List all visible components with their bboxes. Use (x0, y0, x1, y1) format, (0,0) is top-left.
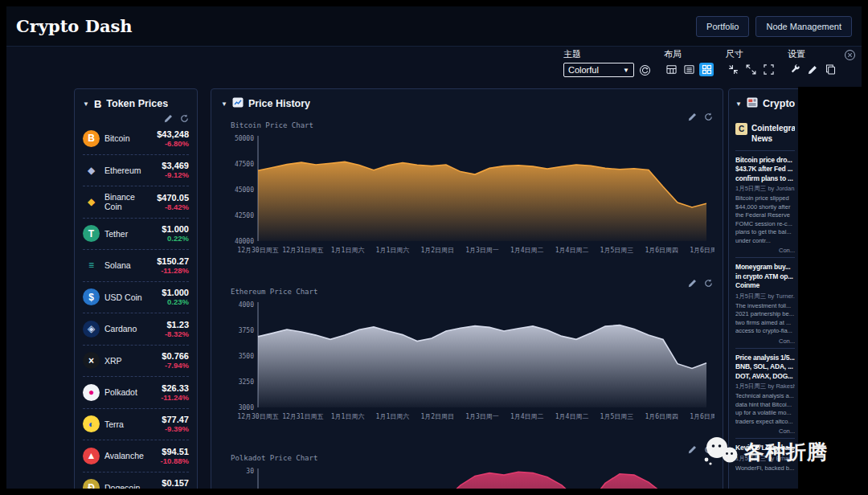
solana-icon: ≡ (83, 257, 100, 274)
svg-text:1月3日周一: 1月3日周一 (465, 247, 499, 254)
token-row-avalanche[interactable]: ▲Avalanche$94.51-10.88% (83, 440, 189, 472)
token-row-polkadot[interactable]: ●Polkadot$26.33-11.24% (83, 377, 189, 409)
news-icon (747, 96, 758, 111)
layout-grid-icon[interactable] (699, 63, 714, 76)
token-name: Avalanche (104, 451, 144, 460)
size-compress-icon[interactable] (726, 63, 740, 76)
chart-canvas: 2022.52527.53012月30日周五12月31日周五1月1日周六1月1日… (221, 464, 714, 489)
chart-refresh-icon[interactable] (704, 278, 713, 288)
chart-title: Bitcoin Price Chart (221, 121, 713, 132)
dashboard: Crypto Dash Portfolio Node Management 主题… (6, 6, 862, 489)
price-history-icon (232, 96, 244, 111)
news-source: C Cointelegraph News (735, 123, 795, 144)
polkadot-price-chart: Polkadot Price Chart2022.52527.53012月30日… (221, 444, 713, 489)
token-change: -9.12% (162, 170, 189, 179)
terra-icon: ◐ (83, 415, 100, 432)
token-price: $3,469 (162, 161, 189, 170)
collapse-caret-icon[interactable]: ▼ (83, 100, 89, 108)
token-change: -11.28% (157, 266, 189, 275)
token-price: $0.157 (162, 478, 189, 488)
collapse-caret-icon[interactable]: ▼ (221, 100, 227, 108)
settings-group: 设置 (788, 48, 837, 76)
news-item[interactable]: Bitcoin price dro...$43.7K after Fed ...… (735, 150, 795, 257)
layout-label: 布局 (664, 48, 714, 60)
svg-text:12月30日周五: 12月30日周五 (237, 247, 278, 254)
chart-refresh-icon[interactable] (704, 112, 713, 121)
svg-text:42500: 42500 (235, 212, 254, 219)
token-name: Ethereum (104, 166, 141, 175)
watermark: 各种折腾 (702, 436, 828, 468)
token-row-solana[interactable]: ≡Solana$150.27-11.28% (83, 250, 189, 282)
size-group: 尺寸 (726, 48, 776, 76)
layout-list-icon[interactable] (682, 63, 696, 76)
price-history-panel: ▼ Price History Bitcoin Price Chart40000… (211, 88, 723, 489)
token-change: -8.42% (157, 202, 189, 211)
svg-text:4000: 4000 (239, 301, 254, 309)
news-continue-link[interactable]: Con... (735, 338, 795, 345)
theme-select-value: Colorful (568, 65, 599, 75)
token-row-binance-coin[interactable]: ◆Binance Coin$470.05-8.42% (83, 186, 189, 219)
settings-label: 设置 (788, 48, 837, 60)
token-name: Tether (104, 229, 128, 239)
svg-text:1月2日周日: 1月2日周日 (420, 413, 454, 420)
ethereum-price-chart: Ethereum Price Chart30003250350037504000… (221, 278, 713, 440)
token-row-cardano[interactable]: ◈Cardano$1.23-8.32% (83, 313, 189, 346)
price-history-header: ▼ Price History (221, 96, 713, 112)
svg-text:1月1日周六: 1月1日周六 (331, 413, 365, 420)
ethereum-icon: ◆ (83, 162, 100, 178)
theme-select[interactable]: Colorful ▼ (563, 63, 634, 77)
settings-wrench-icon[interactable] (788, 63, 802, 76)
chart-edit-icon[interactable] (688, 278, 697, 288)
token-change: 0.23% (162, 297, 189, 306)
refresh-icon[interactable] (180, 113, 189, 123)
news-body-line: Bitcoin price slipped (735, 194, 795, 203)
node-management-button[interactable]: Node Management (755, 16, 852, 37)
news-item[interactable]: Moneygram buy...in crypto ATM op...Coinm… (735, 257, 795, 347)
token-row-dogecoin[interactable]: ÐDogecoin$0.157-7.60% (83, 472, 189, 489)
token-name: Dogecoin (104, 483, 140, 489)
svg-text:45000: 45000 (235, 186, 254, 194)
header-actions: Portfolio Node Management (696, 16, 852, 37)
svg-text:50000: 50000 (235, 135, 254, 142)
svg-text:3750: 3750 (239, 327, 254, 334)
chart-edit-icon[interactable] (688, 444, 697, 454)
token-change: -6.80% (157, 139, 189, 148)
svg-text:12月31日周五: 12月31日周五 (282, 413, 323, 420)
token-row-xrp[interactable]: ×XRP$0.766-7.94% (83, 346, 189, 378)
chart-canvas: 3000325035003750400012月30日周五12月31日周五1月1日… (221, 298, 714, 436)
size-expand-icon[interactable] (743, 63, 758, 76)
news-body-line: traders expect altco... (735, 418, 795, 427)
layout-table-icon[interactable] (664, 63, 678, 76)
portfolio-button[interactable]: Portfolio (696, 16, 749, 37)
crypto-news-panel: ▼ Crypto News C Cointelegraph News Bitco… (728, 88, 802, 489)
chart-edit-icon[interactable] (688, 112, 697, 121)
token-row-terra[interactable]: ◐Terra$77.47-9.39% (83, 409, 189, 441)
token-row-ethereum[interactable]: ◆Ethereum$3,469-9.12% (83, 155, 189, 187)
collapse-caret-icon[interactable]: ▼ (735, 100, 742, 108)
news-body-line: 2021 partnership be... (735, 310, 795, 319)
settings-copy-icon[interactable] (823, 63, 837, 76)
news-body-line: data hint that Bitcoi... (735, 401, 795, 410)
news-continue-link[interactable]: Con... (735, 247, 795, 254)
size-fullscreen-icon[interactable] (761, 63, 776, 76)
edit-icon[interactable] (164, 113, 173, 123)
news-body-line: two firms aimed at ... (735, 319, 795, 328)
news-title-line: in crypto ATM op... (735, 272, 795, 281)
news-continue-link[interactable]: Con... (735, 428, 795, 435)
svg-text:1月4日周二: 1月4日周二 (555, 413, 589, 420)
token-row-bitcoin[interactable]: BBitcoin$43,248-6.80% (83, 123, 189, 155)
size-label: 尺寸 (726, 48, 776, 60)
theme-refresh-icon[interactable] (637, 63, 652, 77)
svg-text:1月1日周六: 1月1日周六 (376, 413, 410, 420)
settings-edit-icon[interactable] (805, 63, 820, 76)
news-item[interactable]: Price analysis 1/5...BNB, SOL, ADA, ...D… (735, 348, 795, 438)
xrp-icon: × (83, 352, 100, 369)
token-row-usd-coin[interactable]: $USD Coin$1.0000.23% (83, 282, 189, 314)
token-name: Solana (104, 260, 131, 270)
token-row-tether[interactable]: TTether$1.0000.22% (83, 219, 189, 251)
svg-text:1月6日周四: 1月6日周四 (690, 247, 714, 254)
svg-text:40000: 40000 (235, 238, 254, 245)
svg-text:1月1日周六: 1月1日周六 (331, 247, 365, 254)
close-icon[interactable] (844, 49, 856, 63)
token-price: $43,248 (157, 129, 189, 139)
